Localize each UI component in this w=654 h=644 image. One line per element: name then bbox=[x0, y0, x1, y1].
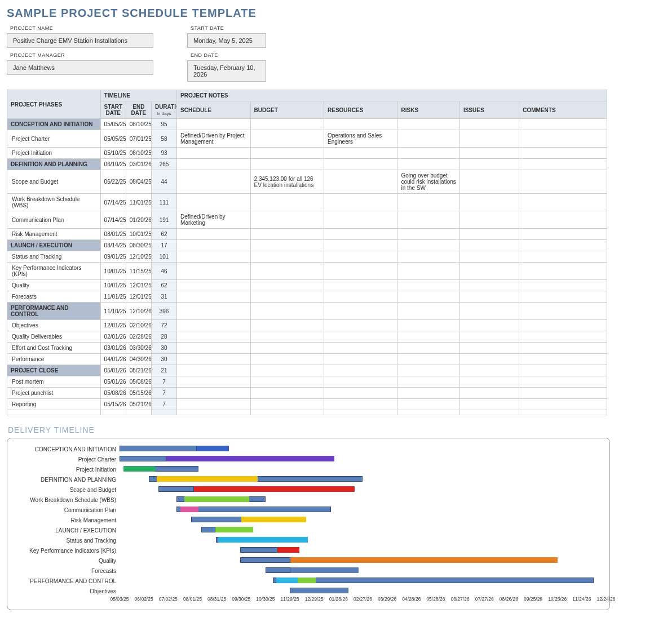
cell-resources[interactable] bbox=[324, 148, 397, 159]
cell-dur[interactable]: 30 bbox=[151, 343, 176, 354]
table-row[interactable]: DEFINITION AND PLANNING06/10/2503/01/262… bbox=[7, 159, 607, 170]
cell-issues[interactable] bbox=[459, 251, 519, 263]
cell-budget[interactable] bbox=[250, 211, 324, 229]
cell-risks[interactable] bbox=[397, 251, 459, 263]
cell-start[interactable]: 07/14/25 bbox=[100, 194, 126, 211]
cell-comments[interactable] bbox=[519, 263, 607, 280]
cell-end[interactable]: 08/30/25 bbox=[126, 240, 151, 251]
cell-budget[interactable] bbox=[250, 320, 324, 331]
cell-dur[interactable]: 31 bbox=[151, 291, 176, 303]
cell-resources[interactable] bbox=[324, 291, 397, 303]
cell-budget[interactable] bbox=[250, 365, 324, 376]
cell-dur[interactable]: 58 bbox=[151, 130, 176, 148]
cell-budget[interactable] bbox=[250, 240, 324, 251]
cell-comments[interactable] bbox=[519, 388, 607, 399]
cell-resources[interactable] bbox=[324, 410, 397, 415]
cell-dur[interactable]: 46 bbox=[151, 263, 176, 280]
cell-schedule[interactable] bbox=[177, 119, 250, 130]
cell-dur[interactable]: 17 bbox=[151, 240, 176, 251]
cell-risks[interactable] bbox=[397, 159, 459, 170]
cell-resources[interactable] bbox=[324, 303, 397, 320]
cell-name[interactable]: Effort and Cost Tracking bbox=[7, 343, 101, 354]
cell-start[interactable]: 05/01/26 bbox=[100, 376, 126, 388]
cell-dur[interactable]: 101 bbox=[151, 251, 176, 263]
cell-name[interactable]: LAUNCH / EXECUTION bbox=[7, 240, 101, 251]
cell-name[interactable] bbox=[7, 410, 101, 415]
cell-name[interactable]: Project Initiation bbox=[7, 148, 101, 159]
cell-issues[interactable] bbox=[459, 240, 519, 251]
cell-end[interactable]: 12/01/25 bbox=[126, 291, 151, 303]
cell-name[interactable]: Communication Plan bbox=[7, 211, 101, 229]
cell-risks[interactable] bbox=[397, 240, 459, 251]
cell-schedule[interactable] bbox=[177, 303, 250, 320]
cell-comments[interactable] bbox=[519, 211, 607, 229]
cell-name[interactable]: Key Performance Indicators (KPIs) bbox=[7, 263, 101, 280]
cell-risks[interactable] bbox=[397, 130, 459, 148]
cell-schedule[interactable] bbox=[177, 240, 250, 251]
table-row[interactable]: Reporting05/15/2605/21/267 bbox=[7, 399, 607, 410]
table-row[interactable]: Performance04/01/2604/30/2630 bbox=[7, 354, 607, 365]
cell-start[interactable]: 12/01/25 bbox=[100, 320, 126, 331]
table-row[interactable] bbox=[7, 410, 607, 415]
table-row[interactable]: Work Breakdown Schedule (WBS)07/14/2511/… bbox=[7, 194, 607, 211]
cell-schedule[interactable] bbox=[177, 148, 250, 159]
cell-resources[interactable] bbox=[324, 263, 397, 280]
table-row[interactable]: Communication Plan07/14/2501/20/26191Def… bbox=[7, 211, 607, 229]
cell-comments[interactable] bbox=[519, 229, 607, 240]
cell-risks[interactable] bbox=[397, 354, 459, 365]
cell-start[interactable]: 06/22/25 bbox=[100, 170, 126, 194]
cell-risks[interactable] bbox=[397, 194, 459, 211]
cell-name[interactable]: Project Charter bbox=[7, 130, 101, 148]
cell-issues[interactable] bbox=[459, 170, 519, 194]
cell-budget[interactable] bbox=[250, 229, 324, 240]
cell-budget[interactable] bbox=[250, 291, 324, 303]
cell-issues[interactable] bbox=[459, 399, 519, 410]
cell-comments[interactable] bbox=[519, 119, 607, 130]
table-row[interactable]: Objectives12/01/2502/10/2672 bbox=[7, 320, 607, 331]
cell-name[interactable]: Risk Management bbox=[7, 229, 101, 240]
cell-name[interactable]: Objectives bbox=[7, 320, 101, 331]
cell-budget[interactable] bbox=[250, 410, 324, 415]
cell-issues[interactable] bbox=[459, 320, 519, 331]
cell-dur[interactable]: 21 bbox=[151, 365, 176, 376]
cell-dur[interactable]: 28 bbox=[151, 331, 176, 343]
cell-comments[interactable] bbox=[519, 320, 607, 331]
cell-name[interactable]: Project punchlist bbox=[7, 388, 101, 399]
cell-resources[interactable]: Operations and Sales Engineers bbox=[324, 130, 397, 148]
cell-comments[interactable] bbox=[519, 148, 607, 159]
cell-risks[interactable] bbox=[397, 365, 459, 376]
cell-schedule[interactable] bbox=[177, 229, 250, 240]
cell-issues[interactable] bbox=[459, 159, 519, 170]
cell-end[interactable]: 08/10/25 bbox=[126, 119, 151, 130]
cell-comments[interactable] bbox=[519, 410, 607, 415]
cell-comments[interactable] bbox=[519, 159, 607, 170]
cell-issues[interactable] bbox=[459, 331, 519, 343]
cell-start[interactable]: 05/05/25 bbox=[100, 130, 126, 148]
cell-dur[interactable]: 7 bbox=[151, 388, 176, 399]
cell-issues[interactable] bbox=[459, 211, 519, 229]
cell-resources[interactable] bbox=[324, 251, 397, 263]
cell-comments[interactable] bbox=[519, 291, 607, 303]
cell-budget[interactable] bbox=[250, 399, 324, 410]
cell-name[interactable]: Status and Tracking bbox=[7, 251, 101, 263]
cell-schedule[interactable] bbox=[177, 194, 250, 211]
cell-start[interactable]: 04/01/26 bbox=[100, 354, 126, 365]
cell-start[interactable] bbox=[100, 410, 126, 415]
cell-schedule[interactable] bbox=[177, 365, 250, 376]
cell-name[interactable]: Quality bbox=[7, 280, 101, 291]
cell-risks[interactable] bbox=[397, 211, 459, 229]
cell-risks[interactable] bbox=[397, 376, 459, 388]
table-row[interactable]: Project punchlist05/08/2605/15/267 bbox=[7, 388, 607, 399]
table-row[interactable]: Status and Tracking09/01/2512/10/25101 bbox=[7, 251, 607, 263]
cell-end[interactable]: 11/15/25 bbox=[126, 263, 151, 280]
cell-budget[interactable] bbox=[250, 119, 324, 130]
cell-end[interactable]: 02/28/26 bbox=[126, 331, 151, 343]
cell-end[interactable]: 11/01/25 bbox=[126, 194, 151, 211]
cell-risks[interactable] bbox=[397, 229, 459, 240]
cell-end[interactable]: 12/10/26 bbox=[126, 303, 151, 320]
cell-resources[interactable] bbox=[324, 388, 397, 399]
cell-dur[interactable]: 111 bbox=[151, 194, 176, 211]
cell-dur[interactable]: 30 bbox=[151, 354, 176, 365]
cell-name[interactable]: Reporting bbox=[7, 399, 101, 410]
cell-start[interactable]: 11/10/25 bbox=[100, 303, 126, 320]
